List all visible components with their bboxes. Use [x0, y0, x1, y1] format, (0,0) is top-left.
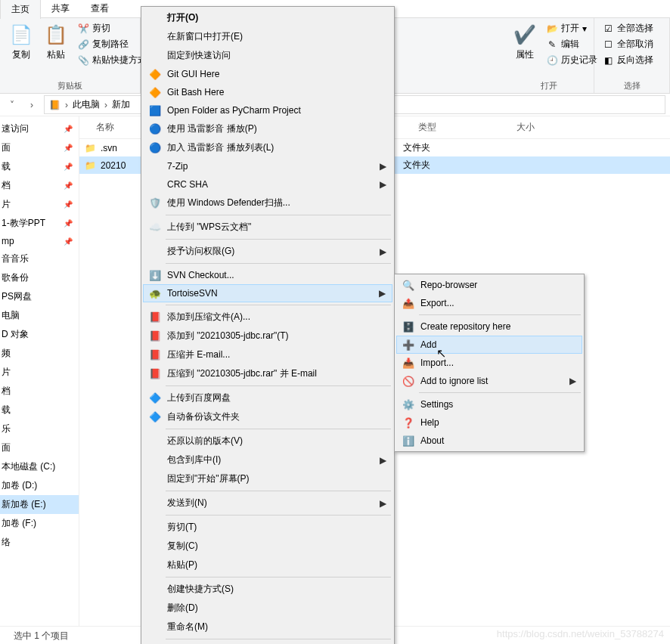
open-group-label: 打开: [510, 79, 588, 91]
menu-item[interactable]: 发送到(N)▶: [143, 494, 392, 512]
sidebar-item[interactable]: 加卷 (D:): [0, 476, 79, 495]
menu-item[interactable]: 包含到库中(I)▶: [143, 450, 392, 469]
tab-home[interactable]: 主页: [0, 0, 41, 19]
paste-shortcut-button[interactable]: 📎粘贴快捷方式: [76, 53, 148, 67]
copy-label: 复制: [12, 48, 30, 61]
menu-item[interactable]: 📕添加到 "20210305-jdbc.rar"(T): [143, 327, 392, 345]
sidebar-item[interactable]: 片: [0, 363, 79, 382]
sidebar: 速访问📌面📌载📌档📌片📌1-教学PPT📌mp📌音音乐歌备份PS网盘电脑D 对象频…: [0, 116, 79, 626]
nav-up-icon[interactable]: ˅: [5, 100, 20, 110]
sidebar-item[interactable]: 档: [0, 382, 79, 401]
tab-share[interactable]: 共享: [41, 0, 80, 18]
sidebar-item[interactable]: 新加卷 (E:): [0, 495, 79, 514]
sidebar-item[interactable]: 加卷 (F:): [0, 514, 79, 533]
menu-item[interactable]: 创建快捷方式(S): [143, 580, 392, 599]
menu-item[interactable]: 📕添加到压缩文件(A)...: [143, 308, 392, 327]
select-all-icon: ☑: [602, 23, 614, 35]
xunlei-icon: 🔵: [147, 142, 163, 154]
menu-item[interactable]: 剪切(T): [143, 518, 392, 537]
tab-view[interactable]: 查看: [80, 0, 119, 18]
sidebar-item[interactable]: 面: [0, 438, 79, 457]
select-all-button[interactable]: ☑全部选择: [600, 21, 655, 36]
sidebar-item[interactable]: PS网盘: [0, 287, 79, 306]
menu-item[interactable]: 🔍Repo-browser: [396, 276, 582, 294]
sidebar-item[interactable]: 1-教学PPT📌: [0, 214, 79, 233]
menu-item[interactable]: ℹ️About: [396, 432, 582, 450]
copy-path-icon: 🔗: [77, 39, 89, 51]
sidebar-item[interactable]: 歌备份: [0, 268, 79, 287]
menu-item[interactable]: 🗄️Create repository here: [396, 317, 582, 336]
copy-path-button[interactable]: 🔗复制路径: [76, 37, 148, 51]
menu-item[interactable]: 粘贴(P): [143, 556, 392, 574]
menu-item[interactable]: 🔶Git GUI Here: [143, 65, 392, 83]
menu-item[interactable]: 重命名(M): [143, 618, 392, 636]
submenu-arrow-icon: ▶: [380, 161, 386, 172]
sidebar-item[interactable]: 面📌: [0, 138, 79, 157]
edit-button[interactable]: ✎编辑: [544, 37, 599, 51]
cut-button[interactable]: ✂️剪切: [76, 21, 148, 36]
sidebar-item[interactable]: 音音乐: [0, 249, 79, 268]
select-none-icon: ☐: [602, 39, 614, 51]
menu-item[interactable]: 🐢TortoiseSVN▶: [143, 284, 392, 302]
properties-button[interactable]: ✔️ 属性: [510, 21, 540, 63]
menu-item[interactable]: 🛡️使用 Windows Defender扫描...: [143, 194, 392, 212]
menu-item[interactable]: ➕Add: [396, 336, 582, 354]
breadcrumb-drive[interactable]: 新加: [112, 98, 130, 111]
sidebar-item[interactable]: 片📌: [0, 195, 79, 214]
sidebar-item[interactable]: D 对象: [0, 325, 79, 344]
sidebar-item[interactable]: 频: [0, 344, 79, 363]
repo-icon: 🔍: [401, 279, 416, 291]
menu-item[interactable]: ⚙️Settings: [396, 395, 582, 413]
menu-item[interactable]: 🚫Add to ignore list▶: [396, 372, 582, 390]
breadcrumb-this-pc[interactable]: 此电脑: [73, 98, 100, 111]
sidebar-item[interactable]: 档📌: [0, 176, 79, 195]
menu-item[interactable]: 固定到"开始"屏幕(P): [143, 469, 392, 488]
context-menu-tortoisesvn: 🔍Repo-browser📤Export...🗄️Create reposito…: [394, 274, 585, 452]
sidebar-item[interactable]: 电脑: [0, 306, 79, 325]
sidebar-item[interactable]: 载: [0, 401, 79, 420]
menu-item[interactable]: ❓Help: [396, 413, 582, 432]
select-none-button[interactable]: ☐全部取消: [600, 37, 655, 51]
menu-item[interactable]: 📕压缩并 E-mail...: [143, 345, 392, 364]
sidebar-item[interactable]: 乐: [0, 420, 79, 438]
sidebar-item[interactable]: 速访问📌: [0, 119, 79, 138]
sidebar-item[interactable]: 载📌: [0, 157, 79, 176]
menu-item[interactable]: 还原以前的版本(V): [143, 432, 392, 450]
open-button[interactable]: 📂打开 ▾: [544, 21, 599, 36]
menu-item[interactable]: 📥Import...: [396, 354, 582, 372]
sidebar-item[interactable]: mp📌: [0, 233, 79, 249]
menu-item[interactable]: ☁️上传到 "WPS云文档": [143, 218, 392, 237]
menu-item[interactable]: 🔵使用 迅雷影音 播放(P): [143, 119, 392, 138]
blank-icon: [147, 12, 163, 24]
menu-item[interactable]: 🔵加入 迅雷影音 播放列表(L): [143, 138, 392, 157]
menu-item[interactable]: 📤Export...: [396, 294, 582, 312]
menu-item[interactable]: 打开(O): [143, 8, 392, 27]
blank-icon: [147, 522, 163, 534]
header-type[interactable]: 类型: [412, 116, 510, 138]
menu-item[interactable]: 复制(C): [143, 537, 392, 556]
submenu-arrow-icon: ▶: [379, 288, 386, 299]
menu-item[interactable]: 授予访问权限(G)▶: [143, 242, 392, 261]
menu-item[interactable]: 固定到快速访问: [143, 46, 392, 65]
baidu-icon: 🔷: [147, 411, 163, 423]
header-size[interactable]: 大小: [510, 116, 571, 138]
copy-button[interactable]: 📄 复制: [6, 21, 36, 63]
paste-button[interactable]: 📋 粘贴: [41, 21, 71, 63]
menu-item[interactable]: 📕压缩到 "20210305-jdbc.rar" 并 E-mail: [143, 364, 392, 383]
properties-label: 属性: [516, 48, 534, 61]
menu-item[interactable]: 🔷自动备份该文件夹: [143, 407, 392, 426]
nav-right-icon[interactable]: ›: [24, 100, 39, 110]
menu-item[interactable]: ⬇️SVN Checkout...: [143, 266, 392, 284]
menu-item[interactable]: 🟦Open Folder as PyCharm Project: [143, 101, 392, 119]
menu-item[interactable]: 7-Zip▶: [143, 157, 392, 175]
menu-item[interactable]: 🔷上传到百度网盘: [143, 389, 392, 407]
menu-item[interactable]: 🔶Git Bash Here: [143, 83, 392, 101]
sidebar-item[interactable]: 本地磁盘 (C:): [0, 457, 79, 476]
menu-item[interactable]: 在新窗口中打开(E): [143, 27, 392, 46]
menu-item[interactable]: 删除(D): [143, 599, 392, 618]
history-button[interactable]: 🕘历史记录: [544, 53, 599, 67]
menu-item[interactable]: CRC SHA▶: [143, 175, 392, 194]
sidebar-item[interactable]: 络: [0, 533, 79, 552]
invert-selection-button[interactable]: ◧反向选择: [600, 53, 655, 67]
rar-icon: 📕: [147, 349, 163, 361]
